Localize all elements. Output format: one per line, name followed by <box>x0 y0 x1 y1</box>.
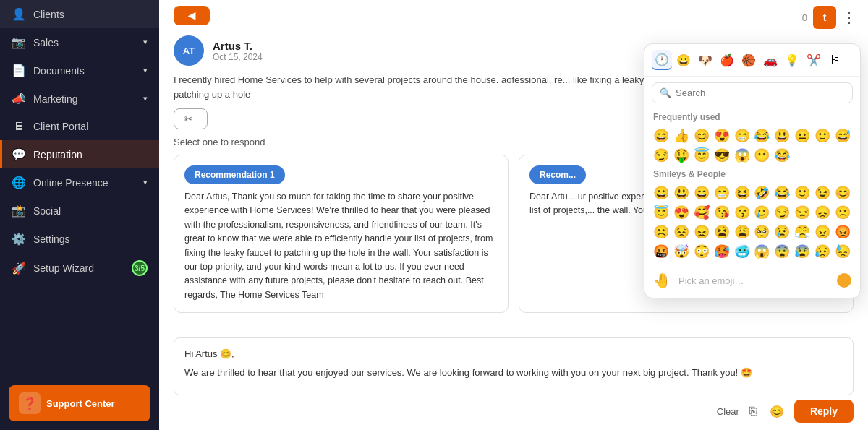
reputation-icon: 💬 <box>12 147 26 161</box>
copy-button[interactable]: ⎘ <box>746 403 760 419</box>
emoji-s9[interactable]: 😉 <box>813 184 832 202</box>
emoji-s17[interactable]: 😏 <box>773 203 791 222</box>
sidebar-item-marketing[interactable]: 📣Marketing▾ <box>0 85 159 113</box>
emoji-s8[interactable]: 🙂 <box>793 184 812 202</box>
emoji-s30[interactable]: 😡 <box>833 223 852 241</box>
emoji-s28[interactable]: 😤 <box>793 223 812 241</box>
emoji-tab-objects[interactable]: 💡 <box>782 50 802 70</box>
emoji-s26[interactable]: 🥺 <box>752 223 771 241</box>
settings-icon: ⚙️ <box>12 232 26 246</box>
emoji-s16[interactable]: 🥲 <box>752 203 771 222</box>
frequently-used-title: Frequently used <box>644 109 860 125</box>
emoji-🤑[interactable]: 🤑 <box>672 146 691 165</box>
sidebar-item-reputation[interactable]: 💬Reputation <box>0 140 159 168</box>
emoji-s4[interactable]: 😁 <box>712 184 731 202</box>
emoji-s19[interactable]: 😞 <box>813 203 832 222</box>
emoji-😃[interactable]: 😃 <box>773 126 791 145</box>
emoji-😂[interactable]: 😂 <box>752 126 771 145</box>
emoji-s40[interactable]: 😓 <box>833 242 852 261</box>
emoji-s1[interactable]: 😀 <box>652 184 671 202</box>
emoji-s33[interactable]: 😳 <box>692 242 711 261</box>
emoji-s11[interactable]: 😇 <box>652 203 671 222</box>
emoji-tab-smileys[interactable]: 😀 <box>673 50 694 70</box>
sidebar-item-setup-wizard[interactable]: 🚀Setup Wizard3/5 <box>0 253 159 283</box>
emoji-😐[interactable]: 😐 <box>793 126 812 145</box>
emoji-s25[interactable]: 😩 <box>733 223 752 241</box>
no-reply-button[interactable]: ✂ <box>174 108 208 129</box>
reply-box[interactable]: Hi Artus 😊, We are thrilled to hear that… <box>174 337 854 395</box>
emoji-s10[interactable]: 😊 <box>833 184 852 202</box>
emoji-😂2[interactable]: 😂 <box>773 146 791 165</box>
emoji-s36[interactable]: 😱 <box>752 242 771 261</box>
recommendation-card-1[interactable]: Recommendation 1 Dear Artus, Thank you s… <box>174 155 509 313</box>
emoji-s39[interactable]: 😥 <box>813 242 832 261</box>
emoji-😎[interactable]: 😎 <box>712 146 731 165</box>
emoji-s32[interactable]: 🤯 <box>672 242 691 261</box>
emoji-tab-flags[interactable]: 🏳 <box>825 50 846 70</box>
clear-button[interactable]: Clear <box>717 406 739 417</box>
sidebar-item-social[interactable]: 📸Social <box>0 197 159 225</box>
support-center-button[interactable]: ❓ Support Center <box>9 385 150 421</box>
emoji-search-input[interactable] <box>676 87 845 98</box>
emoji-s31[interactable]: 🤬 <box>652 242 671 261</box>
emoji-😶[interactable]: 😶 <box>752 146 771 165</box>
emoji-s29[interactable]: 😠 <box>813 223 832 241</box>
emoji-color-dot[interactable] <box>837 273 851 288</box>
emoji-😇[interactable]: 😇 <box>692 146 711 165</box>
emoji-tab-travel[interactable]: 🚗 <box>760 50 780 70</box>
emoji-s7[interactable]: 😂 <box>773 184 791 202</box>
emoji-😊[interactable]: 😊 <box>692 126 711 145</box>
reply-area: Hi Artus 😊, We are thrilled to hear that… <box>159 330 868 430</box>
emoji-s22[interactable]: 😣 <box>672 223 691 241</box>
emoji-😅[interactable]: 😅 <box>833 126 852 145</box>
emoji-tab-animals[interactable]: 🐶 <box>695 50 715 70</box>
sidebar-item-clients[interactable]: 👤Clients <box>0 0 159 28</box>
sales-icon: 📷 <box>12 35 26 49</box>
emoji-👍[interactable]: 👍 <box>672 126 691 145</box>
sidebar-item-settings[interactable]: ⚙️Settings <box>0 225 159 253</box>
emoji-s37[interactable]: 😨 <box>773 242 791 261</box>
user-avatar: t <box>813 6 836 29</box>
emoji-s14[interactable]: 😘 <box>712 203 731 222</box>
review-area: 0 t ⋮ ◀ AT Artus T. Oct 15, 2024 I recen… <box>159 0 868 330</box>
emoji-s38[interactable]: 😰 <box>793 242 812 261</box>
emoji-s21[interactable]: ☹️ <box>652 223 671 241</box>
sidebar-item-documents[interactable]: 📄Documents▾ <box>0 56 159 85</box>
emoji-s35[interactable]: 🥶 <box>733 242 752 261</box>
emoji-😄[interactable]: 😄 <box>652 126 671 145</box>
emoji-tab-activities[interactable]: 🏀 <box>739 50 759 70</box>
emoji-s34[interactable]: 🥵 <box>712 242 731 261</box>
emoji-button[interactable]: 😊 <box>767 403 787 420</box>
emoji-😱[interactable]: 😱 <box>733 146 752 165</box>
sidebar-item-online-presence[interactable]: 🌐Online Presence▾ <box>0 168 159 197</box>
emoji-s13[interactable]: 🥰 <box>692 203 711 222</box>
emoji-😍[interactable]: 😍 <box>712 126 731 145</box>
emoji-s20[interactable]: 🙁 <box>833 203 852 222</box>
emoji-s6[interactable]: 🤣 <box>752 184 771 202</box>
reply-button[interactable]: Reply <box>794 400 854 423</box>
emoji-s15[interactable]: 😙 <box>733 203 752 222</box>
support-icon: ❓ <box>19 392 41 414</box>
emoji-s12[interactable]: 😍 <box>672 203 691 222</box>
emoji-tab-food[interactable]: 🍎 <box>717 50 737 70</box>
emoji-s3[interactable]: 😄 <box>692 184 711 202</box>
documents-icon: 📄 <box>12 64 26 77</box>
sidebar-item-client-portal-label: Client Portal <box>33 121 148 132</box>
more-button[interactable]: ⋮ <box>842 9 856 26</box>
emoji-s27[interactable]: 😢 <box>773 223 791 241</box>
emoji-s24[interactable]: 😫 <box>712 223 731 241</box>
back-button[interactable]: ◀ <box>174 6 210 25</box>
emoji-s2[interactable]: 😃 <box>672 184 691 202</box>
emoji-s18[interactable]: 😒 <box>793 203 812 222</box>
emoji-s5[interactable]: 😆 <box>733 184 752 202</box>
emoji-tab-symbols[interactable]: ✂️ <box>804 50 824 70</box>
sidebar-item-social-label: Social <box>33 205 148 217</box>
emoji-😏[interactable]: 😏 <box>652 146 671 165</box>
sidebar-item-client-portal[interactable]: 🖥Client Portal <box>0 113 159 140</box>
emoji-😁[interactable]: 😁 <box>733 126 752 145</box>
sidebar-item-sales[interactable]: 📷Sales▾ <box>0 28 159 56</box>
emoji-🙂[interactable]: 🙂 <box>813 126 832 145</box>
emoji-s23[interactable]: 😖 <box>692 223 711 241</box>
rec-text-1: Dear Artus, Thank you so much for taking… <box>184 190 498 302</box>
emoji-tab-recent[interactable]: 🕐 <box>652 50 672 70</box>
